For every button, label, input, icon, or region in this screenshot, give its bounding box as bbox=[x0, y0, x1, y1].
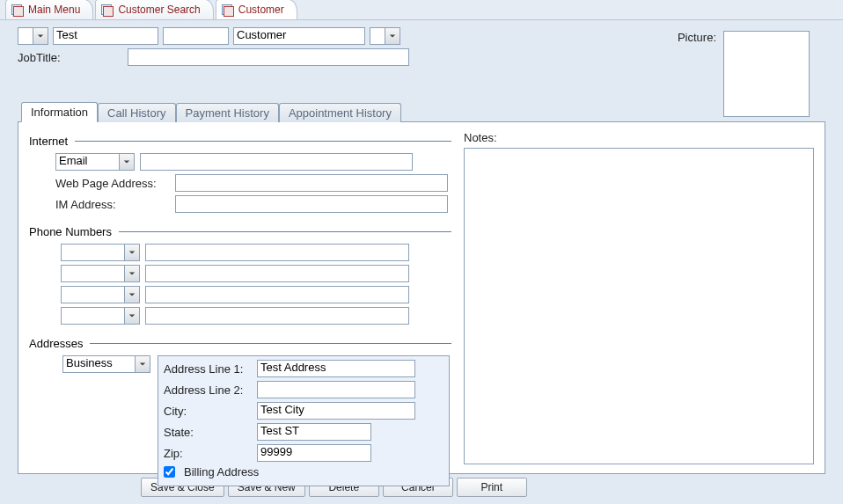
chevron-down-icon bbox=[124, 308, 139, 324]
addr-city-value: Test City bbox=[260, 403, 304, 416]
notes-label: Notes: bbox=[464, 131, 814, 144]
billing-checkbox[interactable] bbox=[164, 466, 175, 478]
tab-label: Appointment History bbox=[289, 106, 392, 120]
email-field[interactable] bbox=[140, 153, 413, 171]
addr-line2-field[interactable] bbox=[257, 381, 415, 398]
addr-line1-field[interactable]: Test Address bbox=[257, 360, 415, 377]
chevron-down-icon bbox=[124, 287, 139, 303]
addr-line1-value: Test Address bbox=[260, 361, 326, 374]
chevron-down-icon bbox=[124, 266, 139, 281]
tab-information[interactable]: Information bbox=[21, 102, 98, 122]
billing-label: Billing Address bbox=[184, 465, 259, 478]
group-phone-title: Phone Numbers bbox=[29, 225, 451, 238]
addr-line1-label: Address Line 1: bbox=[164, 362, 252, 376]
page-tab-label: Customer bbox=[238, 4, 284, 16]
webpage-label: Web Page Address: bbox=[29, 177, 170, 190]
im-label: IM Address: bbox=[29, 198, 170, 211]
last-name-field[interactable]: Customer bbox=[233, 27, 365, 45]
address-type-combo[interactable]: Business bbox=[62, 355, 150, 373]
group-label: Internet bbox=[29, 135, 68, 148]
picture-box[interactable] bbox=[723, 31, 810, 117]
tab-call-history[interactable]: Call History bbox=[98, 103, 175, 122]
addr-zip-label: Zip: bbox=[164, 447, 252, 460]
first-name-field[interactable]: Test bbox=[53, 27, 158, 45]
phone-row-3 bbox=[29, 286, 451, 303]
chevron-down-icon bbox=[385, 28, 400, 44]
address-wrap: Business Address Line 1: Test Address Ad… bbox=[29, 355, 451, 486]
jobtitle-row: JobTitle: bbox=[18, 48, 409, 66]
customer-header-row: Test Customer Jo bbox=[18, 27, 825, 66]
print-button[interactable]: Print bbox=[457, 478, 527, 497]
phone-type-combo-1[interactable] bbox=[61, 244, 140, 261]
phone-row-4 bbox=[29, 307, 451, 325]
address-panel: Address Line 1: Test Address Address Lin… bbox=[158, 355, 450, 486]
tab-label: Call History bbox=[107, 106, 165, 120]
phone-type-combo-2[interactable] bbox=[61, 265, 140, 282]
chevron-down-icon bbox=[135, 356, 150, 372]
jobtitle-label: JobTitle: bbox=[18, 51, 123, 64]
tab-appointment-history[interactable]: Appointment History bbox=[279, 103, 401, 122]
page-tab-bar: Main Menu Customer Search Customer bbox=[0, 0, 843, 20]
addr-state-label: State: bbox=[164, 426, 252, 439]
addr-zip-row: Zip: 99999 bbox=[164, 444, 443, 462]
form-icon bbox=[101, 4, 114, 15]
phone-field-3[interactable] bbox=[145, 286, 409, 303]
group-label: Addresses bbox=[29, 337, 83, 350]
addr-city-field[interactable]: Test City bbox=[257, 402, 415, 420]
addr-state-field[interactable]: Test ST bbox=[257, 423, 371, 441]
app-root: Main Menu Customer Search Customer bbox=[0, 0, 843, 504]
notes-field[interactable] bbox=[464, 148, 814, 464]
left-column: Internet Email Web Page Address: bbox=[29, 131, 451, 464]
form-icon bbox=[11, 4, 24, 15]
phone-type-combo-4[interactable] bbox=[61, 307, 140, 325]
page-tab-customer-search[interactable]: Customer Search bbox=[95, 0, 213, 19]
name-block: Test Customer Jo bbox=[18, 27, 409, 66]
addr-line2-row: Address Line 2: bbox=[164, 381, 443, 398]
webpage-field[interactable] bbox=[175, 174, 448, 192]
webpage-row: Web Page Address: bbox=[29, 174, 451, 192]
page-tab-label: Customer Search bbox=[118, 4, 200, 16]
picture-label: Picture: bbox=[678, 31, 716, 44]
phone-field-4[interactable] bbox=[145, 307, 409, 325]
picture-area: Picture: bbox=[678, 31, 810, 117]
address-type-value: Business bbox=[66, 356, 113, 369]
email-type-value: Email bbox=[59, 154, 88, 167]
tab-label: Information bbox=[31, 106, 88, 119]
addr-city-row: City: Test City bbox=[164, 402, 443, 420]
im-field[interactable] bbox=[175, 195, 448, 213]
group-address-title: Addresses bbox=[29, 337, 451, 350]
chevron-down-icon bbox=[119, 154, 134, 170]
addr-line1-row: Address Line 1: Test Address bbox=[164, 360, 443, 377]
middle-name-field[interactable] bbox=[163, 27, 229, 45]
page-tab-label: Main Menu bbox=[28, 4, 80, 16]
page-tab-main-menu[interactable]: Main Menu bbox=[5, 0, 93, 19]
tab-payment-history[interactable]: Payment History bbox=[176, 103, 279, 122]
addr-city-label: City: bbox=[164, 405, 252, 418]
suffix-combo[interactable] bbox=[370, 27, 400, 45]
addr-billing-row: Billing Address bbox=[164, 465, 443, 478]
title-combo[interactable] bbox=[18, 27, 48, 45]
last-name-value: Customer bbox=[237, 28, 286, 41]
phone-field-2[interactable] bbox=[145, 265, 409, 282]
divider bbox=[90, 343, 451, 344]
group-internet-title: Internet bbox=[29, 135, 451, 148]
email-row: Email bbox=[29, 153, 451, 171]
first-name-value: Test bbox=[56, 28, 77, 41]
phone-field-1[interactable] bbox=[145, 244, 409, 261]
page-tab-customer[interactable]: Customer bbox=[216, 0, 297, 19]
addr-line2-label: Address Line 2: bbox=[164, 383, 252, 397]
divider bbox=[75, 141, 451, 142]
phone-type-combo-3[interactable] bbox=[61, 286, 140, 303]
addr-zip-field[interactable]: 99999 bbox=[257, 444, 371, 462]
form-icon bbox=[222, 4, 234, 15]
addr-zip-value: 99999 bbox=[260, 445, 292, 458]
chevron-down-icon bbox=[124, 245, 139, 260]
addr-state-value: Test ST bbox=[260, 424, 299, 437]
email-type-combo[interactable]: Email bbox=[55, 153, 135, 171]
form-area: Test Customer Jo bbox=[0, 20, 843, 497]
im-row: IM Address: bbox=[29, 195, 451, 213]
btn-label: Print bbox=[480, 481, 502, 493]
addr-state-row: State: Test ST bbox=[164, 423, 443, 441]
right-column: Notes: bbox=[464, 131, 814, 464]
jobtitle-field[interactable] bbox=[128, 48, 409, 66]
